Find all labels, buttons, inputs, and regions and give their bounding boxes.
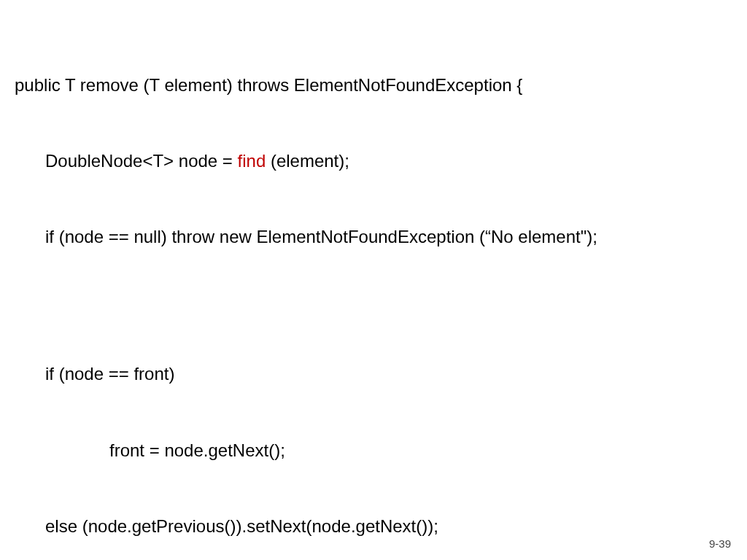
code-line: front = node.getNext(); — [15, 438, 732, 464]
code-line: if (node == null) throw new ElementNotFo… — [15, 225, 732, 250]
paragraph-gap — [15, 301, 732, 311]
code-line: if (node == front) — [15, 362, 732, 387]
code-text: DoubleNode<T> node = — [45, 151, 238, 171]
code-highlight: find — [238, 151, 266, 171]
code-line: DoubleNode<T> node = find (element); — [15, 149, 732, 174]
code-line: else (node.getPrevious()).setNext(node.g… — [15, 514, 732, 540]
code-line: public T remove (T element) throws Eleme… — [15, 73, 732, 98]
code-text: (element); — [266, 151, 349, 171]
code-block: public T remove (T element) throws Eleme… — [15, 22, 732, 560]
page-number: 9-39 — [709, 537, 731, 550]
slide-content: public T remove (T element) throws Eleme… — [0, 0, 747, 560]
